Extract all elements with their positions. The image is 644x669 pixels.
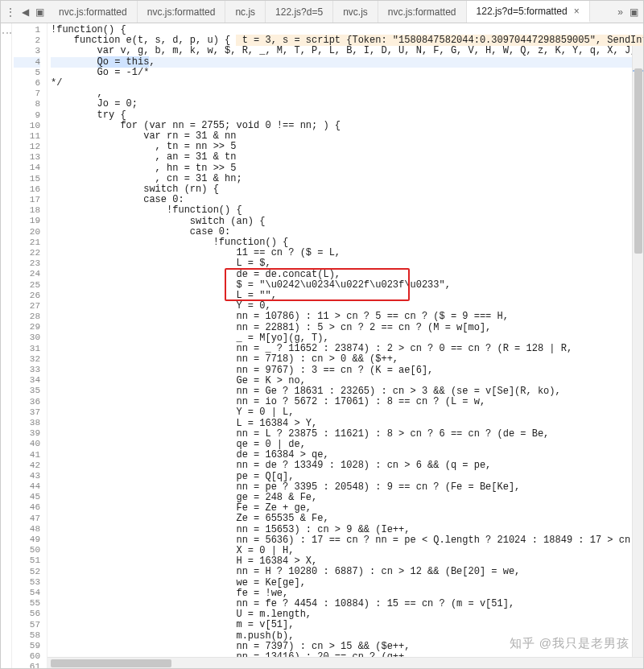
line-number: 58 — [14, 630, 40, 641]
tab-label: nvc.js:formatted — [59, 6, 127, 18]
line-number: 32 — [14, 354, 40, 365]
line-number: 42 — [14, 460, 40, 471]
tab-2[interactable]: nc.js — [225, 1, 266, 23]
line-number: 45 — [14, 492, 40, 502]
line-number: 13 — [14, 152, 40, 163]
line-number-gutter: 1234567891011121314151617181920212223242… — [12, 23, 47, 668]
line-number: 9 — [14, 110, 40, 121]
more-options-icon[interactable]: ⋮ — [6, 6, 15, 18]
line-number: 31 — [14, 344, 40, 354]
v-scrollbar-thumb[interactable] — [634, 68, 642, 254]
line-number: 14 — [14, 163, 40, 173]
nav-back-icon[interactable]: ◀ — [22, 6, 29, 18]
line-number: 27 — [14, 301, 40, 312]
line-number: 47 — [14, 514, 40, 524]
line-number: 1 — [14, 25, 40, 35]
line-number: 26 — [14, 291, 40, 301]
v-scrollbar-track[interactable] — [632, 46, 643, 657]
line-number: 49 — [14, 535, 40, 545]
tab-label: nvc.js — [343, 6, 368, 18]
code-editor[interactable]: !function() { function e(t, s, d, p, u) … — [47, 23, 643, 668]
line-number: 30 — [14, 332, 40, 343]
line-number: 36 — [14, 397, 40, 407]
tabbar-left-icons: ⋮ ◀ ▣ — [1, 6, 49, 18]
line-number: 35 — [14, 386, 40, 396]
line-number: 21 — [14, 237, 40, 248]
line-number: 4 — [14, 57, 40, 68]
tabs-container: nvc.js:formattednvc.js:formattednc.js122… — [49, 1, 613, 23]
line-number: 10 — [14, 121, 40, 131]
line-number: 24 — [14, 269, 40, 279]
line-number: 33 — [14, 365, 40, 375]
line-number: 5 — [14, 68, 40, 78]
tab-6[interactable]: 122.js?d=5:formatted× — [467, 1, 590, 23]
line-number: 12 — [14, 142, 40, 152]
tab-3[interactable]: 122.js?d=5 — [266, 1, 333, 23]
line-number: 57 — [14, 620, 40, 630]
side-gutter: ⋮ — [1, 23, 12, 668]
tab-5[interactable]: nvc.js:formatted — [378, 1, 467, 23]
h-scrollbar-thumb[interactable] — [51, 659, 171, 667]
line-number: 52 — [14, 567, 40, 577]
editor-body: ⋮ 12345678910111213141516171819202122232… — [1, 23, 643, 668]
line-number: 43 — [14, 471, 40, 481]
line-number: 38 — [14, 418, 40, 428]
line-number: 50 — [14, 545, 40, 555]
h-scrollbar-track[interactable] — [47, 657, 643, 668]
tab-label: nc.js — [235, 6, 255, 18]
line-number: 60 — [14, 651, 40, 662]
line-number: 39 — [14, 428, 40, 439]
line-number: 41 — [14, 450, 40, 460]
line-number: 25 — [14, 280, 40, 291]
tab-4[interactable]: nvc.js — [333, 1, 378, 23]
line-number: 7 — [14, 89, 40, 99]
tab-label: nvc.js:formatted — [388, 6, 456, 18]
line-number: 59 — [14, 641, 40, 651]
tab-0[interactable]: nvc.js:formatted — [49, 1, 138, 23]
line-number: 18 — [14, 205, 40, 216]
open-panel-icon[interactable]: ▣ — [630, 6, 638, 18]
line-number: 56 — [14, 609, 40, 619]
line-number: 40 — [14, 439, 40, 449]
line-number: 44 — [14, 481, 40, 492]
tab-1[interactable]: nvc.js:formatted — [138, 1, 226, 23]
line-number: 16 — [14, 184, 40, 195]
code-content[interactable]: !function() { function e(t, s, d, p, u) … — [47, 23, 643, 668]
line-number: 15 — [14, 174, 40, 184]
tabbar-right-icons: » ▣ — [613, 6, 643, 18]
line-number: 20 — [14, 227, 40, 237]
line-number: 28 — [14, 312, 40, 322]
line-number: 11 — [14, 131, 40, 142]
line-number: 8 — [14, 99, 40, 109]
line-number: 54 — [14, 588, 40, 598]
line-number: 53 — [14, 577, 40, 588]
line-number: 2 — [14, 35, 40, 46]
line-number: 46 — [14, 502, 40, 513]
tab-label: 122.js?d=5 — [275, 6, 323, 18]
line-number: 17 — [14, 195, 40, 205]
tab-label: 122.js?d=5:formatted — [477, 6, 568, 17]
devtools-root: ⋮ ◀ ▣ nvc.js:formattednvc.js:formattednc… — [0, 0, 644, 669]
line-number: 23 — [14, 258, 40, 269]
overflow-icon[interactable]: » — [617, 6, 623, 18]
frame-icon[interactable]: ▣ — [35, 6, 44, 18]
close-icon[interactable]: × — [574, 6, 580, 17]
line-number: 29 — [14, 322, 40, 332]
kebab-icon[interactable]: ⋮ — [1, 28, 12, 41]
line-number: 22 — [14, 248, 40, 258]
line-number: 51 — [14, 555, 40, 566]
line-number: 37 — [14, 407, 40, 418]
line-number: 19 — [14, 216, 40, 226]
line-number: 3 — [14, 46, 40, 56]
line-number: 48 — [14, 524, 40, 535]
line-number: 61 — [14, 662, 40, 668]
tab-label: nvc.js:formatted — [147, 6, 216, 18]
line-number: 34 — [14, 375, 40, 386]
tab-bar: ⋮ ◀ ▣ nvc.js:formattednvc.js:formattednc… — [1, 1, 643, 23]
line-number: 6 — [14, 78, 40, 89]
line-number: 55 — [14, 598, 40, 609]
